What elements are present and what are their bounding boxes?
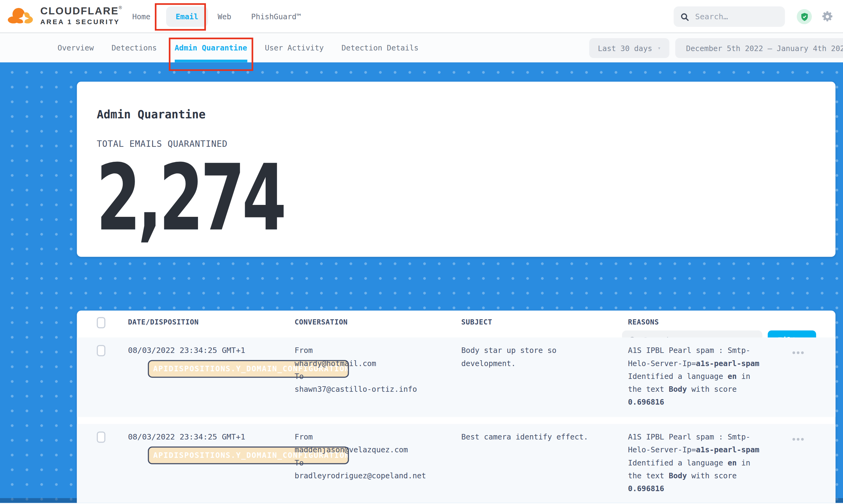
subject-text: Body star up store so development.	[461, 344, 596, 370]
quarantine-card: Admin Quarantine Filter DATE/DISPOSITION…	[77, 311, 835, 503]
conversation-to-address: bradleyrodriguez@copeland.net	[295, 469, 461, 482]
subject-text: Best camera identify effect.	[461, 430, 596, 443]
conversation-from-address: maddenjason@velazquez.com	[295, 444, 461, 456]
header-nav: HomeEmailWebPhishGuard™	[132, 0, 310, 33]
security-status-badge[interactable]	[797, 9, 812, 24]
conversation-cell: Frommaddenjason@velazquez.comTobradleyro…	[295, 430, 461, 495]
subject-cell: Body star up store so development.	[461, 344, 628, 408]
tab-overview[interactable]: Overview	[57, 33, 94, 62]
page-content: Admin Quarantine TOTAL EMAILS QUARANTINE…	[0, 62, 843, 503]
tab-detection-details[interactable]: Detection Details	[341, 33, 419, 62]
table-rows: 08/03/2022 23:34:25 GMT+1APIDISPOSITIONS…	[77, 337, 835, 503]
summary-card-title: Admin Quarantine	[97, 108, 205, 121]
header-search	[674, 6, 785, 27]
conversation-to-label: To	[295, 456, 461, 469]
app-viewport: CLOUDFLARE® AREA 1 SECURITY HomeEmailWeb…	[0, 0, 843, 504]
gear-icon	[822, 11, 833, 23]
shield-check-icon	[800, 12, 809, 21]
row-checkbox-cell	[97, 430, 128, 495]
nav-item-email[interactable]: Email	[166, 6, 208, 27]
row-menu-cell	[782, 344, 814, 408]
row-menu-cell	[782, 430, 814, 495]
header-search-input[interactable]	[694, 12, 775, 22]
chevron-down-icon: ▾	[657, 45, 661, 51]
quarantine-table: DATE/DISPOSITIONCONVERSATIONSUBJECTREASO…	[77, 311, 835, 503]
email-subnav: OverviewDetectionsAdmin QuarantineUser A…	[0, 33, 843, 62]
total-quarantined-value: 2,274	[96, 152, 284, 244]
brand-subtitle: AREA 1 SECURITY	[40, 19, 122, 25]
top-header: CLOUDFLARE® AREA 1 SECURITY HomeEmailWeb…	[0, 0, 843, 33]
table-row: 08/03/2022 23:34:25 GMT+1APIDISPOSITIONS…	[77, 424, 835, 503]
reasons-cell: A1S IPBL Pearl spam : Smtp-Helo-Server-I…	[628, 430, 782, 495]
tab-admin-quarantine[interactable]: Admin Quarantine	[175, 33, 247, 62]
reasons-text: A1S IPBL Pearl spam : Smtp-Helo-Server-I…	[628, 344, 762, 408]
brand-name: CLOUDFLARE	[40, 5, 119, 17]
search-icon	[680, 12, 689, 21]
row-menu-button[interactable]	[792, 352, 804, 354]
nav-item-web[interactable]: Web	[217, 12, 231, 21]
settings-button[interactable]	[822, 11, 833, 23]
column-header-reasons: REASONS	[628, 318, 782, 326]
table-row: 08/03/2022 23:34:25 GMT+1APIDISPOSITIONS…	[77, 337, 835, 417]
subject-cell: Best camera identify effect.	[461, 430, 628, 495]
cloudflare-brand: CLOUDFLARE® AREA 1 SECURITY	[8, 6, 122, 26]
nav-item-home[interactable]: Home	[132, 12, 150, 21]
row-checkbox-cell	[97, 344, 128, 408]
select-all-checkbox[interactable]	[97, 317, 105, 328]
column-header-subject: SUBJECT	[461, 318, 628, 326]
nav-item-phishguard[interactable]: PhishGuard™	[251, 12, 301, 21]
tab-user-activity[interactable]: User Activity	[265, 33, 324, 62]
conversation-to-address: shawn37@castillo-ortiz.info	[295, 383, 461, 395]
brand-trademark: ®	[119, 5, 122, 11]
row-checkbox[interactable]	[97, 432, 105, 443]
conversation-from-label: From	[295, 344, 461, 357]
column-header-conversation: CONVERSATION	[295, 318, 461, 326]
summary-card: Admin Quarantine TOTAL EMAILS QUARANTINE…	[77, 82, 835, 257]
reasons-text: A1S IPBL Pearl spam : Smtp-Helo-Server-I…	[628, 430, 762, 495]
tab-detections[interactable]: Detections	[111, 33, 157, 62]
conversation-from-label: From	[295, 430, 461, 443]
reasons-cell: A1S IPBL Pearl spam : Smtp-Helo-Server-I…	[628, 344, 782, 408]
conversation-cell: Fromwhardy@hotmail.comToshawn37@castillo…	[295, 344, 461, 408]
conversation-to-label: To	[295, 370, 461, 383]
date-range-display[interactable]: December 5th 2022 — January 4th 2023	[675, 38, 843, 58]
row-date: 08/03/2022 23:34:25 GMT+1	[128, 344, 295, 357]
row-date: 08/03/2022 23:34:25 GMT+1	[128, 430, 295, 443]
column-header-date-disposition: DATE/DISPOSITION	[128, 318, 295, 326]
conversation-from-address: whardy@hotmail.com	[295, 357, 461, 370]
row-checkbox[interactable]	[97, 345, 105, 356]
row-menu-button[interactable]	[792, 438, 804, 441]
cloudflare-logo-icon	[8, 6, 35, 26]
period-dropdown[interactable]: Last 30 days ▾	[589, 38, 669, 58]
